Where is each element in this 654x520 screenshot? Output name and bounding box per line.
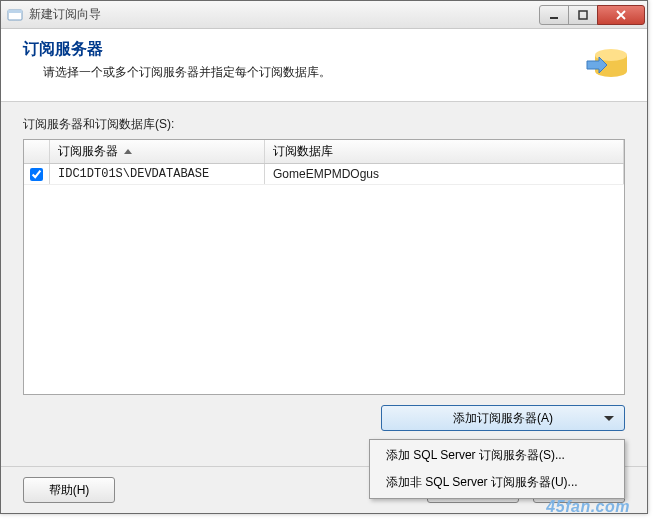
cell-server: IDC1DT01S\DEVDATABASE [50, 164, 265, 184]
close-button[interactable] [597, 5, 645, 25]
list-label: 订阅服务器和订阅数据库(S): [23, 116, 625, 133]
column-header-database-label: 订阅数据库 [273, 143, 333, 160]
wizard-window: 新建订阅向导 订阅服务器 请选择一个或多个订阅服务器并指定每个订阅数据库。 [0, 0, 648, 514]
svg-rect-2 [550, 17, 558, 19]
grid-header: 订阅服务器 订阅数据库 [24, 140, 624, 164]
minimize-button[interactable] [539, 5, 569, 25]
add-subscriber-menu: 添加 SQL Server 订阅服务器(S)... 添加非 SQL Server… [369, 439, 625, 499]
chevron-down-icon [604, 416, 614, 421]
wizard-header: 订阅服务器 请选择一个或多个订阅服务器并指定每个订阅数据库。 [1, 29, 647, 102]
help-button[interactable]: 帮助(H) [23, 477, 115, 503]
subscriber-grid[interactable]: 订阅服务器 订阅数据库 IDC1DT01S\DEVDATABASE GomeEM… [23, 139, 625, 395]
help-label: 帮助(H) [49, 482, 90, 499]
wizard-body: 订阅服务器和订阅数据库(S): 订阅服务器 订阅数据库 IDC1DT01S\DE… [1, 102, 647, 443]
window-controls [540, 5, 645, 25]
svg-rect-3 [579, 11, 587, 19]
row-checkbox[interactable] [30, 168, 43, 181]
add-subscriber-label: 添加订阅服务器(A) [453, 410, 553, 427]
header-icon [577, 39, 631, 87]
column-header-server-label: 订阅服务器 [58, 143, 118, 160]
titlebar: 新建订阅向导 [1, 1, 647, 29]
page-subtitle: 请选择一个或多个订阅服务器并指定每个订阅数据库。 [43, 64, 331, 81]
app-icon [7, 7, 23, 23]
table-row[interactable]: IDC1DT01S\DEVDATABASE GomeEMPMDOgus [24, 164, 624, 185]
page-title: 订阅服务器 [23, 39, 331, 60]
row-checkbox-cell [24, 164, 50, 184]
add-subscriber-button[interactable]: 添加订阅服务器(A) [381, 405, 625, 431]
sort-indicator-icon [124, 149, 132, 154]
menu-item-add-non-sql-server[interactable]: 添加非 SQL Server 订阅服务器(U)... [372, 469, 622, 496]
header-checkbox-cell [24, 140, 50, 163]
column-header-database[interactable]: 订阅数据库 [265, 140, 624, 163]
svg-rect-1 [8, 10, 22, 13]
cell-database[interactable]: GomeEMPMDOgus [265, 164, 624, 184]
menu-item-label: 添加 SQL Server 订阅服务器(S)... [386, 448, 565, 462]
maximize-button[interactable] [568, 5, 598, 25]
column-header-server[interactable]: 订阅服务器 [50, 140, 265, 163]
window-title: 新建订阅向导 [29, 6, 540, 23]
menu-item-label: 添加非 SQL Server 订阅服务器(U)... [386, 475, 578, 489]
menu-item-add-sql-server[interactable]: 添加 SQL Server 订阅服务器(S)... [372, 442, 622, 469]
